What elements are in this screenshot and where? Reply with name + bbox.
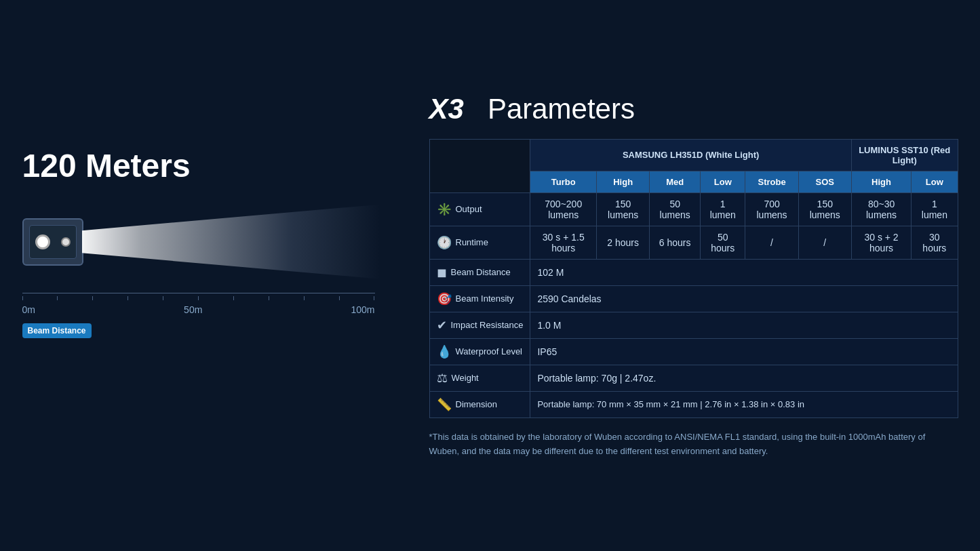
ruler-label-100: 100m <box>351 304 374 315</box>
mode-sos: SOS <box>798 171 851 192</box>
waterproof-value: IP65 <box>530 338 958 365</box>
weight-label: ⚖ Weight <box>437 371 524 386</box>
impact-resistance-label: ✔ Impact Resistance <box>437 318 524 333</box>
beam-intensity-label: 🎯 Beam Intensity <box>437 291 524 306</box>
runtime-icon-cell: 🕐 Runtime <box>429 226 530 259</box>
page-subtitle: Parameters <box>488 93 635 125</box>
waterproof-text: Waterproof Level <box>456 346 523 356</box>
output-l-high: 80~30 lumens <box>851 192 911 226</box>
weight-icon: ⚖ <box>437 371 448 386</box>
dimension-value: Portable lamp: 70 mm × 35 mm × 21 mm | 2… <box>530 391 958 417</box>
weight-text: Weight <box>452 373 479 383</box>
weight-value: Portable lamp: 70g | 2.47oz. <box>530 365 958 391</box>
weight-icon-cell: ⚖ Weight <box>429 365 530 391</box>
output-sos: 150 lumens <box>798 192 851 226</box>
output-strobe: 700 lumens <box>745 192 798 226</box>
dimension-label: 📏 Dimension <box>437 397 524 412</box>
waterproof-row: 💧 Waterproof Level IP65 <box>429 338 958 365</box>
beam-distance-badge: Beam Distance <box>22 323 92 338</box>
beam-distance-row: ◼ Beam Distance 102 M <box>429 259 958 285</box>
dimension-icon: 📏 <box>437 397 452 412</box>
runtime-high: 2 hours <box>597 226 650 259</box>
beam-intensity-icon-cell: 🎯 Beam Intensity <box>429 285 530 312</box>
beam-distance-title: 120 Meters <box>22 147 402 184</box>
output-text: Output <box>456 204 482 214</box>
runtime-strobe: / <box>745 226 798 259</box>
runtime-turbo: 30 s + 1.5 hours <box>530 226 597 259</box>
params-table: SAMSUNG LH351D (White Light) LUMINUS SST… <box>429 139 958 418</box>
mode-low: Low <box>701 171 745 192</box>
ansi-header <box>429 139 530 192</box>
runtime-row: 🕐 Runtime 30 s + 1.5 hours 2 hours 6 hou… <box>429 226 958 259</box>
runtime-low: 50 hours <box>701 226 745 259</box>
tick-10 <box>374 296 374 300</box>
beam-distance-label: ◼ Beam Distance <box>437 265 524 280</box>
ruler-ticks <box>22 296 375 300</box>
main-container: 120 Meters 0m 50m <box>22 73 958 479</box>
beam-distance-icon-cell: ◼ Beam Distance <box>429 259 530 285</box>
waterproof-icon-cell: 💧 Waterproof Level <box>429 338 530 365</box>
runtime-sos: / <box>798 226 851 259</box>
output-row: ✳️ Output 700~200 lumens 150 lumens 50 l… <box>429 192 958 226</box>
output-icon: ✳️ <box>437 202 452 217</box>
tick-8 <box>304 296 305 300</box>
runtime-text: Runtime <box>456 237 488 247</box>
output-turbo: 700~200 lumens <box>530 192 597 226</box>
beam-cone <box>82 205 380 279</box>
runtime-l-low: 30 hours <box>912 226 958 259</box>
tick-7 <box>269 296 269 300</box>
ruler-label-50: 50m <box>184 304 202 315</box>
mode-med: Med <box>650 171 701 192</box>
output-high: 150 lumens <box>597 192 650 226</box>
weight-row: ⚖ Weight Portable lamp: 70g | 2.47oz. <box>429 365 958 391</box>
runtime-label: 🕐 Runtime <box>437 235 524 250</box>
beam-distance-icon: ◼ <box>437 265 447 280</box>
dimension-row: 📏 Dimension Portable lamp: 70 mm × 35 mm… <box>429 391 958 417</box>
output-icon-cell: ✳️ Output <box>429 192 530 226</box>
samsung-header: SAMSUNG LH351D (White Light) <box>530 139 851 171</box>
footnote: *This data is obtained by the laboratory… <box>429 430 945 459</box>
output-low: 1 lumen <box>701 192 745 226</box>
beam-distance-value: 102 M <box>530 259 958 285</box>
output-l-low: 1 lumen <box>912 192 958 226</box>
runtime-icon: 🕐 <box>437 235 452 250</box>
tick-6 <box>233 296 234 300</box>
impact-resistance-row: ✔ Impact Resistance 1.0 M <box>429 312 958 338</box>
table-header-row-1: SAMSUNG LH351D (White Light) LUMINUS SST… <box>429 139 958 171</box>
beam-distance-text: Beam Distance <box>451 267 511 277</box>
beam-intensity-text: Beam Intensity <box>456 293 514 304</box>
waterproof-icon: 💧 <box>437 344 452 359</box>
beam-intensity-icon: 🎯 <box>437 291 452 306</box>
impact-resistance-value: 1.0 M <box>530 312 958 338</box>
beam-intensity-row: 🎯 Beam Intensity 2590 Candelas <box>429 285 958 312</box>
runtime-med: 6 hours <box>650 226 701 259</box>
luminus-header: LUMINUS SST10 (Red Light) <box>851 139 958 171</box>
flashlight-inner <box>29 225 77 259</box>
flashlight-body <box>22 218 83 266</box>
mode-strobe: Strobe <box>745 171 798 192</box>
ruler-line <box>22 293 375 293</box>
output-med: 50 lumens <box>650 192 701 226</box>
tick-2 <box>92 296 93 300</box>
mode-l-high: High <box>851 171 911 192</box>
impact-resistance-text: Impact Resistance <box>451 320 524 330</box>
beam-visual <box>22 205 375 286</box>
page-title: X3 Parameters <box>429 93 958 125</box>
ruler-label-0: 0m <box>22 304 35 315</box>
dimension-text: Dimension <box>456 399 497 409</box>
mode-l-low: Low <box>912 171 958 192</box>
model-name: X3 <box>429 93 464 125</box>
tick-1 <box>57 296 58 300</box>
left-panel: 120 Meters 0m 50m <box>22 93 402 338</box>
ruler-labels: 0m 50m 100m <box>22 304 375 315</box>
waterproof-label: 💧 Waterproof Level <box>437 344 524 359</box>
tick-9 <box>339 296 340 300</box>
output-label: ✳️ Output <box>437 202 524 217</box>
tick-3 <box>128 296 128 300</box>
right-panel: X3 Parameters SAMSUNG LH351D (White Ligh… <box>429 93 958 459</box>
impact-resistance-icon: ✔ <box>437 318 447 333</box>
impact-resistance-icon-cell: ✔ Impact Resistance <box>429 312 530 338</box>
lens-main <box>35 234 50 249</box>
runtime-l-high: 30 s + 2 hours <box>851 226 911 259</box>
lens-small <box>61 237 71 247</box>
